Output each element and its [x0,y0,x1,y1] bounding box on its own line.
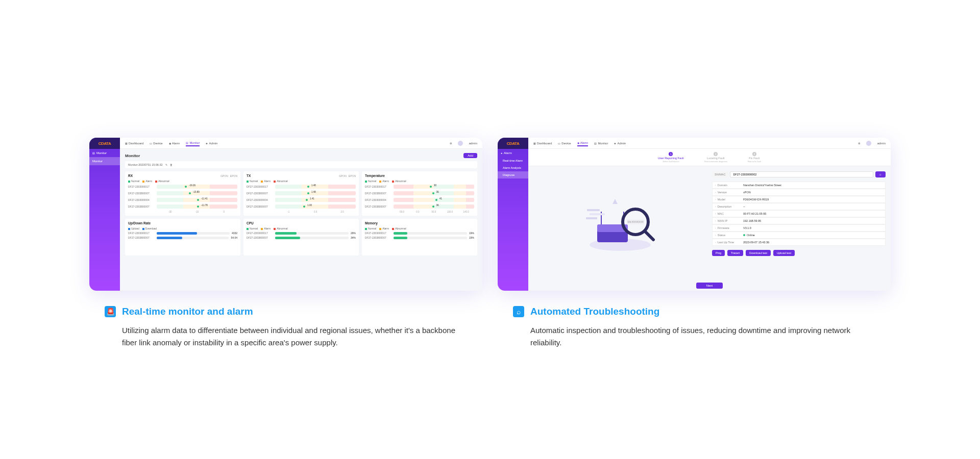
sidebar-item-label: Monitor [92,160,103,163]
device-id: DF27-2303000017 [365,232,391,235]
sidebar-item-diagnose[interactable]: Diagnose [498,171,528,178]
info-value: Nanshan District/Yuehai Street [743,184,781,187]
info-label: ◦Description [715,205,743,208]
delete-icon[interactable]: 🗑 [170,163,173,166]
grid-icon: ▦ [125,142,128,145]
bar-fill [394,237,407,239]
main-area: ▦Dashboard ▭Device ◉Alarm ▤Monitor ◈Admi… [528,138,891,291]
nav-alarm[interactable]: ◉Alarm [169,142,180,145]
avatar[interactable] [866,141,871,146]
avatar[interactable] [458,141,463,146]
step-1: 1User Reporting FaultSelect fault device [658,152,684,163]
device-row: DF27-230300001729% [247,232,356,235]
device-id: DF27-2303000004 [365,198,391,201]
logo: CDATA [498,138,528,149]
search-input[interactable]: DF27-2303000002 [730,171,873,177]
info-label: ◦MAC [715,212,743,215]
info-label: ◦Firmware [715,226,743,230]
sidebar-root-label: Alarm [504,151,512,155]
info-label: ◦Domain [715,184,743,187]
action-button-tracert[interactable]: Tracert [727,250,743,256]
caption-monitor: 🚨 Real-time monitor and alarm Utilizing … [89,306,482,349]
bar-track [394,237,467,239]
info-value: -- [743,205,745,208]
search-button[interactable]: ⌕ [875,171,886,177]
device-id: DF27-2303000017 [247,232,273,235]
nav-dashboard[interactable]: ▦Dashboard [533,142,552,145]
nav-alarm[interactable]: ◉Alarm [577,141,589,146]
nav-dashboard[interactable]: ▦Dashboard [125,142,143,145]
device-row: DF27-2303000017-19.26 [128,184,237,189]
gear-icon[interactable]: ⚙ [858,142,860,145]
bar-track [275,237,349,239]
device-id: DF27-2303800007 [247,205,273,208]
value-label: 29% [351,232,356,235]
caption-text: Automatic inspection and troubleshooting… [513,324,875,349]
status-dot-icon [743,234,745,236]
nav-device[interactable]: ▭Device [150,142,162,145]
sidebar-item-realtime-alarm[interactable]: Real-time Alarm [498,157,528,164]
range-track: 41 [394,198,474,202]
steps: 1User Reporting FaultSelect fault device… [528,149,891,166]
topnav: ▦Dashboard ▭Device ◉Alarm ▤Monitor ◈Admi… [528,138,891,149]
caption-title: Real-time monitor and alarm [122,306,253,317]
value-label: 4332 [232,232,237,235]
search-icon: ⌕ [879,173,881,176]
nav-monitor[interactable]: ▤Monitor [186,141,200,146]
value-dot [303,206,305,208]
value-label: 1.48 [311,191,316,193]
sidebar-root-alarm[interactable]: ●Alarm [498,149,528,157]
nav-monitor[interactable]: ▤Monitor [594,142,608,145]
bell-icon: ◉ [577,141,579,144]
action-button-ping[interactable]: Ping [712,250,725,256]
device-id: DF27-2303000004 [247,198,273,201]
panel-cpu: CPU NormalAlarmAbnormal DF27-23030000172… [243,219,359,256]
range-track: 1.41 [275,198,356,202]
gear-icon[interactable]: ⚙ [450,142,452,145]
logo: CDATA [89,138,120,149]
info-value: 00:F7:A0:21:05:95 [743,212,766,215]
topnav: ▦Dashboard ▭Device ◉Alarm ▤Monitor ◈Admi… [120,138,482,149]
device-row: DF27-230300001719% [365,232,474,235]
device-row: DF27-230300000441 [365,197,474,202]
nav-device[interactable]: ▭Device [558,142,571,145]
sidebar-item-alarm-analysis[interactable]: Alarm Analysis [498,164,528,171]
caption-title: Automated Troubleshooting [530,306,659,317]
info-row: ◦FirmwareV3.1.0 [712,224,886,232]
device-id: DF27-2303800007 [128,205,155,208]
action-button-download-test[interactable]: Download test [746,250,771,256]
device-id: DF27-2303800007 [365,205,391,208]
info-label: ◦Last Up Time [715,241,743,244]
range-track: 30 [394,185,474,189]
value-dot [197,199,199,201]
bell-icon: ● [501,151,502,155]
edit-icon[interactable]: ✎ [165,163,167,166]
info-row: ◦Description-- [712,203,886,210]
step-3: 3Fix FaultHow to fix fault [748,152,761,163]
nav-admin[interactable]: ◈Admin [206,142,217,145]
step-2: 2Locating FaultStart automatic diagnosis [704,152,727,163]
action-button-upload-test[interactable]: Upload test [773,250,795,256]
sidebar-item-monitor[interactable]: Monitor [89,157,120,165]
info-label: ◦Model [715,198,743,201]
panel-rx: RXGPONEPON NormalAlarmAbnormal DF27-2303… [125,171,240,216]
nav-admin[interactable]: ◈Admin [614,142,626,145]
field-icon: ◦ [715,241,716,244]
svg-line-8 [645,231,653,240]
bar-fill [157,237,182,239]
sidebar-root-monitor[interactable]: ▤Monitor [89,149,120,157]
value-dot [197,206,199,208]
value-label: 1.00 [307,204,312,207]
range-track: 36 [394,191,474,195]
info-value: 192.168.59.95 [743,219,761,222]
add-button[interactable]: Add [463,153,477,158]
sidebar: CDATA ●Alarm Real-time Alarm Alarm Analy… [498,138,528,291]
device-id: DF27-2303800007 [365,236,391,239]
value-dot [306,199,308,201]
svg-rect-11 [586,217,597,219]
device-id: DF27-2303800007 [365,192,391,195]
value-label: 19% [469,232,474,235]
value-dot [430,186,432,188]
device-icon: ▭ [558,142,560,145]
next-button[interactable]: Next [696,283,723,289]
